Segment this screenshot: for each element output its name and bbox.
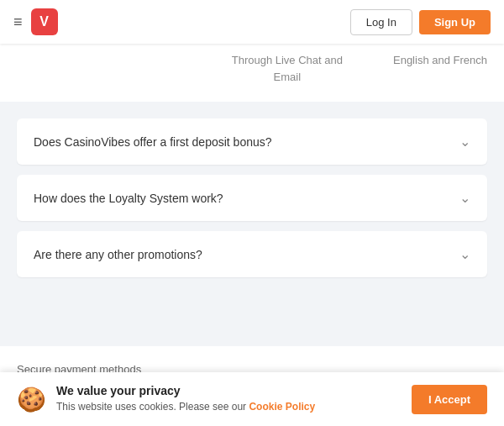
cookie-policy-link[interactable]: Cookie Policy <box>249 401 315 413</box>
cookie-text-block: We value your privacy This website uses … <box>56 384 402 414</box>
cookie-icon: 🍪 <box>17 386 46 413</box>
faq-item-3[interactable]: Are there any other promotions? ⌄ <box>17 231 487 277</box>
support-language-info: English and French <box>393 52 487 85</box>
support-channel-info: Through Live Chat andEmail <box>232 52 343 85</box>
chevron-down-icon-2: ⌄ <box>459 190 470 206</box>
faq-question-1: Does CasinoVibes offer a first deposit b… <box>34 135 272 149</box>
faq-section: Does CasinoVibes offer a first deposit b… <box>0 102 504 346</box>
header-right: Log In Sign Up <box>350 9 491 35</box>
menu-icon[interactable]: ≡ <box>13 13 23 31</box>
faq-question-2: How does the Loyalty System work? <box>34 192 223 205</box>
faq-item-2[interactable]: How does the Loyalty System work? ⌄ <box>17 175 487 221</box>
cookie-body-text: This website uses cookies. Please see ou… <box>56 401 249 413</box>
chevron-down-icon-3: ⌄ <box>459 246 470 262</box>
spacer <box>17 287 487 321</box>
login-button[interactable]: Log In <box>350 9 412 35</box>
chevron-down-icon-1: ⌄ <box>459 134 470 150</box>
cookie-title: We value your privacy <box>56 384 402 397</box>
top-content: Through Live Chat andEmail English and F… <box>0 44 504 102</box>
logo-icon: V <box>31 8 58 35</box>
faq-item-1[interactable]: Does CasinoVibes offer a first deposit b… <box>17 118 487 165</box>
cookie-banner: 🍪 We value your privacy This website use… <box>0 372 504 426</box>
cookie-body: This website uses cookies. Please see ou… <box>56 400 402 414</box>
accept-button[interactable]: I Accept <box>412 385 487 414</box>
faq-question-3: Are there any other promotions? <box>34 248 202 261</box>
signup-button[interactable]: Sign Up <box>419 10 491 34</box>
header: ≡ V Log In Sign Up <box>0 0 504 44</box>
header-left: ≡ V <box>13 8 58 35</box>
